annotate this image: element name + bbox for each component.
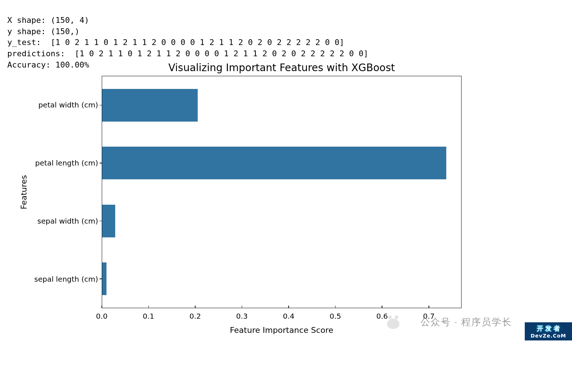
chart-title: Visualizing Important Features with XGBo… (18, 62, 462, 74)
console-line-1-label: X shape: (7, 16, 46, 25)
x-tick-label: 0.5 (330, 312, 341, 320)
x-tick-label: 0.2 (189, 312, 201, 320)
chart-container: Visualizing Important Features with XGBo… (18, 62, 462, 338)
corner-badge-line-2: DevZe.CoM (531, 333, 566, 339)
x-tick-label: 0.6 (376, 312, 388, 320)
x-tick-label: 0.3 (236, 312, 248, 320)
console-line-2-value: (150,) (46, 27, 80, 36)
console-output: X shape: (150, 4) y shape: (150,) y_test… (0, 0, 572, 71)
y-tick-label: petal length (cm) (35, 159, 98, 167)
x-tick-label: 0.1 (143, 312, 154, 320)
console-line-2-label: y shape: (7, 27, 46, 36)
ylabel-column: Features (18, 76, 29, 308)
y-tick-label: sepal width (cm) (37, 217, 98, 225)
console-line-3-label: y_test: (7, 38, 41, 47)
y-tick-label: sepal length (cm) (34, 275, 98, 283)
y-axis-label: Features (19, 175, 28, 209)
corner-badge: 开 发 者 DevZe.CoM (525, 322, 572, 340)
y-tick-label: petal width (cm) (38, 101, 98, 109)
x-ticks-area: 0.00.10.20.30.40.50.60.7 (102, 308, 462, 323)
bar (102, 205, 115, 237)
bar (102, 262, 106, 295)
x-tick-label: 0.4 (283, 312, 294, 320)
corner-badge-line-1: 开 发 者 (537, 324, 560, 333)
bar (102, 147, 446, 179)
wechat-icon (387, 319, 399, 329)
plot-area (102, 76, 462, 308)
console-line-4-label: predictions: (7, 49, 65, 58)
y-ticks-column: petal width (cm)petal length (cm)sepal w… (29, 76, 102, 308)
watermark-text: 公众号 · 程序员学长 (420, 316, 512, 328)
console-line-3-value: [1 0 2 1 1 0 1 2 1 1 2 0 0 0 0 1 2 1 1 2… (41, 38, 344, 47)
console-line-1-value: (150, 4) (46, 16, 89, 25)
x-tick-label: 0.0 (96, 312, 108, 320)
plot-row: Features petal width (cm)petal length (c… (18, 76, 462, 308)
console-line-4-value: [1 0 2 1 1 0 1 2 1 1 2 0 0 0 0 1 2 1 1 2… (65, 49, 368, 58)
bar (102, 89, 198, 122)
